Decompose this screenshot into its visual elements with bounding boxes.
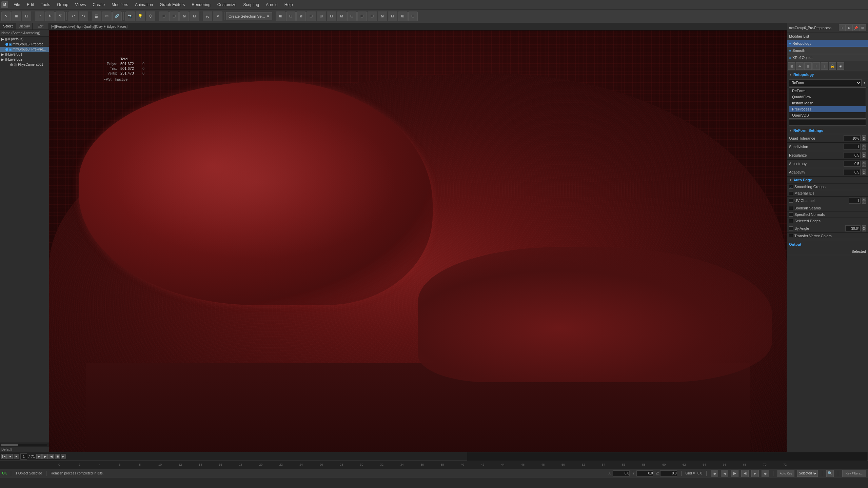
by-angle-input[interactable] xyxy=(845,225,861,231)
move-btn[interactable]: ⊕ xyxy=(35,12,44,21)
modifier-smooth[interactable]: ● Smooth xyxy=(787,47,868,54)
pb-prev[interactable]: ◄ xyxy=(721,470,728,477)
create-selection-dropdown[interactable]: Create Selection Se... ▼ xyxy=(226,12,272,20)
scroll-thumb[interactable] xyxy=(1,444,18,446)
clone-btn[interactable]: ⊡ xyxy=(190,12,199,21)
link-btn[interactable]: ⛓ xyxy=(92,12,101,21)
scene-item-mmgroup0[interactable]: ▣ mmGroup0_Pre-Pre... xyxy=(0,47,49,52)
by-angle-label[interactable]: By Angle xyxy=(794,226,809,230)
window-cross-btn[interactable]: ⊟ xyxy=(22,12,31,21)
selected-edges-label[interactable]: Selected Edges xyxy=(794,219,821,223)
tb-btn-c[interactable]: ⊠ xyxy=(296,12,306,21)
specified-normals-label[interactable]: Specified Normals xyxy=(794,212,825,217)
spacing-btn[interactable]: ⊠ xyxy=(179,12,189,21)
coord-y-input[interactable] xyxy=(636,470,653,476)
frame-inc-btn[interactable]: ► xyxy=(36,454,42,459)
menu-customize[interactable]: Customize xyxy=(214,1,240,8)
pb-play[interactable]: ▶ xyxy=(731,470,738,477)
right-panel-grid-btn[interactable]: ⊞ xyxy=(859,24,866,31)
tb-btn-g[interactable]: ⊠ xyxy=(337,12,347,21)
pb-fwd[interactable]: ⏭ xyxy=(762,470,769,477)
dropdown-option-openvdb[interactable]: OpenVDB xyxy=(789,112,866,118)
tb-btn-l[interactable]: ⊡ xyxy=(388,12,397,21)
anisotropy-input[interactable] xyxy=(844,161,861,167)
modifier-eye-smooth[interactable]: ● xyxy=(789,49,791,53)
scene-item-layer002[interactable]: ▶ Layer002 xyxy=(0,57,49,62)
scene-item-physcamera001[interactable]: 🎥 PhysCamera001 xyxy=(0,62,49,67)
viewport-canvas[interactable] xyxy=(49,30,787,452)
tb-btn-b[interactable]: ⊟ xyxy=(286,12,296,21)
rt-btn-6[interactable]: 🔒 xyxy=(829,62,836,70)
by-angle-up[interactable]: ▲ xyxy=(862,225,866,228)
tab-display[interactable]: Display xyxy=(16,23,33,29)
auto-key-btn[interactable]: Auto Key xyxy=(777,470,794,477)
current-frame[interactable]: 1 xyxy=(20,453,27,460)
by-angle-down[interactable]: ▼ xyxy=(862,228,866,231)
uv-channel-up[interactable]: ▲ xyxy=(862,198,866,201)
timeline-end-btn[interactable]: ►| xyxy=(61,454,66,459)
retopology-section-header[interactable]: ▼ Retopology xyxy=(787,71,868,78)
mirror-btn[interactable]: ⊞ xyxy=(159,12,169,21)
pb-play-rev[interactable]: ◀ xyxy=(741,470,749,477)
rt-btn-4[interactable]: ↑ xyxy=(812,62,820,70)
smoothing-groups-label[interactable]: Smoothing Groups xyxy=(794,185,826,189)
rt-btn-2[interactable]: ✏ xyxy=(796,62,804,70)
timeline-play-btn[interactable]: ▶ xyxy=(42,454,48,459)
regularize-up[interactable]: ▲ xyxy=(862,152,866,155)
adaptivity-up[interactable]: ▲ xyxy=(862,169,866,172)
frame-dec-btn[interactable]: ◄ xyxy=(14,454,19,459)
timeline-start-btn[interactable]: |◄ xyxy=(1,454,7,459)
reform-name-input[interactable] xyxy=(789,120,866,126)
menu-tools[interactable]: Tools xyxy=(37,1,54,8)
viewport[interactable]: [+][Perspective][High Quality][Clay + Ed… xyxy=(49,23,787,452)
anisotropy-down[interactable]: ▼ xyxy=(862,164,866,167)
menu-group[interactable]: Group xyxy=(54,1,72,8)
tab-select[interactable]: Select xyxy=(0,23,16,29)
menu-scripting[interactable]: Scripting xyxy=(240,1,262,8)
subdivision-down[interactable]: ▼ xyxy=(862,147,866,150)
view3d-btn[interactable]: ⬡ xyxy=(146,12,155,21)
rt-btn-5[interactable]: ↓ xyxy=(821,62,828,70)
modifier-eye-retopology[interactable]: ● xyxy=(789,42,791,45)
percent-btn[interactable]: % xyxy=(203,12,212,21)
right-panel-pin-btn[interactable]: 📌 xyxy=(852,24,859,31)
reform-settings-header[interactable]: ▼ ReForm Settings xyxy=(787,127,868,134)
subdivision-up[interactable]: ▲ xyxy=(862,144,866,147)
tb-btn-h[interactable]: ⊡ xyxy=(347,12,357,21)
menu-animation[interactable]: Animation xyxy=(132,1,156,8)
unlink-btn[interactable]: ✂ xyxy=(102,12,112,21)
left-scrollbar[interactable] xyxy=(0,443,49,447)
menu-views[interactable]: Views xyxy=(72,1,89,8)
uv-channel-cb[interactable]: ✓ xyxy=(789,199,793,203)
coord-z-input[interactable] xyxy=(660,470,677,476)
specified-normals-cb[interactable]: ✓ xyxy=(789,212,793,217)
menu-create[interactable]: Create xyxy=(89,1,108,8)
coord-x-input[interactable] xyxy=(613,470,630,476)
transfer-vertex-colors-cb[interactable]: ✓ xyxy=(789,234,793,238)
percent2-btn[interactable]: ⊗ xyxy=(213,12,222,21)
dropdown-option-instantmesh[interactable]: Instant Mesh xyxy=(789,100,866,106)
modifier-xref[interactable]: ● XRef Object xyxy=(787,54,868,61)
material-ids-label[interactable]: Material IDs xyxy=(794,191,814,195)
undo-btn[interactable]: ↩ xyxy=(68,12,78,21)
bind-btn[interactable]: 🔗 xyxy=(112,12,122,21)
rt-btn-7[interactable]: ⊗ xyxy=(837,62,844,70)
menu-arnold[interactable]: Arnold xyxy=(262,1,281,8)
quad-tolerance-up[interactable]: ▲ xyxy=(862,135,866,138)
dropdown-option-preprocess[interactable]: PreProcess xyxy=(789,106,866,112)
dropdown-option-quadriflow[interactable]: QuadriFlow xyxy=(789,94,866,100)
tb-btn-i[interactable]: ⊞ xyxy=(357,12,367,21)
regularize-input[interactable] xyxy=(844,152,861,158)
smoothing-groups-cb[interactable]: ✓ xyxy=(789,185,793,189)
uv-channel-down[interactable]: ▼ xyxy=(862,201,866,204)
scale-btn[interactable]: ⇱ xyxy=(55,12,65,21)
uv-channel-label[interactable]: UV Channel xyxy=(794,199,814,203)
selected-edges-cb[interactable]: ✓ xyxy=(789,219,793,223)
timeline-play-rev-btn[interactable]: ◀ xyxy=(48,454,54,459)
tb-btn-e[interactable]: ⊞ xyxy=(317,12,326,21)
align-btn[interactable]: ⊟ xyxy=(169,12,179,21)
adaptivity-input[interactable] xyxy=(844,169,861,175)
right-panel-gear-btn[interactable]: ⚙ xyxy=(846,24,852,31)
camera-btn[interactable]: 📷 xyxy=(125,12,135,21)
menu-file[interactable]: File xyxy=(10,1,23,8)
